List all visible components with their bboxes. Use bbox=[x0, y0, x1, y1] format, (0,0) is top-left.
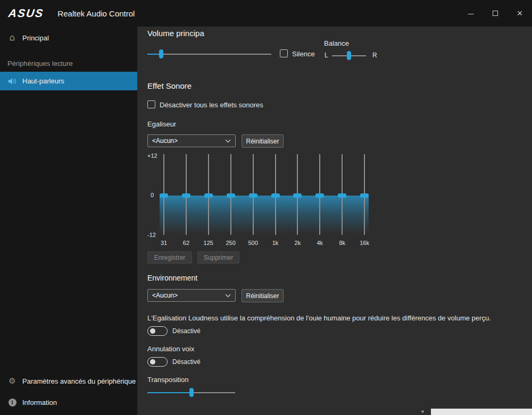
maximize-button[interactable] bbox=[483, 0, 508, 27]
balance-label: Balance bbox=[324, 39, 349, 47]
realtek-audio-control-window: ASUS Realtek Audio Control ─ × ⌂ Princip… bbox=[0, 0, 532, 415]
silence-label: Silence bbox=[292, 50, 315, 58]
home-icon: ⌂ bbox=[7, 32, 17, 43]
voice-state-label: Désactivé bbox=[172, 358, 201, 366]
disable-effects-label: Désactiver tous les effets sonores bbox=[160, 101, 263, 109]
loudness-description: L'Egalisation Loudness utilise la compré… bbox=[147, 314, 525, 322]
disable-effects-checkbox[interactable] bbox=[147, 100, 155, 108]
eq-band-handle[interactable] bbox=[338, 193, 346, 198]
playback-devices-section-label: Périphériques lecture bbox=[7, 60, 73, 67]
eq-band-handle[interactable] bbox=[293, 193, 302, 198]
equalizer-preset-dropdown[interactable]: <Aucun> bbox=[147, 134, 236, 147]
sidebar-item-label: Paramètres avancés du périphérique bbox=[22, 377, 136, 385]
sidebar: ⌂ Principal Périphériques lecture Haut-p… bbox=[0, 27, 137, 415]
close-icon: × bbox=[517, 8, 523, 19]
eq-band-handle[interactable] bbox=[360, 193, 369, 198]
transposition-slider[interactable] bbox=[147, 388, 235, 397]
balance-slider[interactable] bbox=[332, 51, 366, 60]
equalizer-reset-button[interactable]: Réinitialiser bbox=[242, 134, 284, 148]
eq-band-frequency-label: 4k bbox=[311, 240, 328, 246]
sidebar-item-label: Principal bbox=[22, 34, 49, 42]
loudness-toggle[interactable] bbox=[147, 326, 168, 336]
balance-right-label: R bbox=[372, 52, 377, 59]
toggle-knob bbox=[150, 328, 155, 334]
sidebar-item-label: Haut-parleurs bbox=[22, 77, 64, 85]
volume-heading: Volume principa bbox=[147, 29, 204, 38]
sidebar-item-speakers[interactable]: Haut-parleurs bbox=[0, 72, 137, 90]
window-controls: ─ × bbox=[459, 0, 532, 27]
chevron-down-icon bbox=[225, 139, 231, 143]
titlebar: ASUS Realtek Audio Control ─ × bbox=[0, 0, 532, 27]
balance-left-label: L bbox=[325, 52, 328, 59]
close-button[interactable]: × bbox=[508, 0, 532, 27]
gear-icon: ⚙ bbox=[7, 376, 17, 386]
toggle-knob bbox=[150, 359, 155, 365]
info-icon: i bbox=[9, 399, 16, 406]
environment-reset-button[interactable]: Réinitialiser bbox=[242, 289, 284, 302]
eq-band-frequency-label: 8k bbox=[334, 240, 351, 246]
delete-preset-button[interactable]: Supprimer bbox=[197, 251, 239, 264]
minimize-icon: ─ bbox=[468, 9, 474, 18]
environment-preset-dropdown[interactable]: <Aucun> bbox=[147, 289, 236, 302]
equalizer-bands: 31621252505001k2k4k8k16k bbox=[147, 154, 376, 250]
volume-slider-track[interactable] bbox=[147, 54, 271, 55]
equalizer-label: Egaliseur bbox=[147, 120, 176, 128]
horizontal-scrollbar-thumb[interactable] bbox=[431, 409, 532, 415]
speaker-icon bbox=[7, 77, 17, 86]
environment-preset-value: <Aucun> bbox=[152, 292, 178, 299]
transposition-slider-handle[interactable] bbox=[189, 388, 194, 397]
transposition-slider-fill bbox=[147, 392, 192, 393]
scroll-left-arrow-icon[interactable]: ◄ bbox=[420, 409, 425, 414]
transposition-label: Transposition bbox=[147, 376, 189, 384]
window-title: Realtek Audio Control bbox=[57, 9, 135, 18]
eq-band-frequency-label: 62 bbox=[178, 240, 195, 246]
eq-band-frequency-label: 31 bbox=[155, 240, 172, 246]
chevron-down-icon bbox=[225, 294, 231, 298]
eq-band-handle[interactable] bbox=[204, 193, 213, 198]
voice-cancellation-label: Annulation voix bbox=[147, 345, 194, 353]
asus-logo: ASUS bbox=[7, 7, 45, 20]
eq-band-handle[interactable] bbox=[249, 193, 257, 198]
equalizer-preset-value: <Aucun> bbox=[152, 137, 178, 145]
eq-band-frequency-label: 500 bbox=[245, 240, 262, 246]
equalizer: +12 0 -12 31621252505001k2k4k8k16k bbox=[147, 154, 376, 250]
eq-band-handle[interactable] bbox=[182, 193, 190, 198]
balance-slider-handle[interactable] bbox=[347, 51, 351, 60]
silence-checkbox[interactable] bbox=[280, 49, 288, 57]
main-content: Volume principa Silence Balance L R Effe… bbox=[137, 27, 532, 415]
maximize-icon bbox=[493, 11, 498, 16]
loudness-state-label: Désactivé bbox=[172, 327, 201, 335]
volume-slider-handle[interactable] bbox=[159, 49, 163, 58]
sidebar-item-label: Information bbox=[22, 399, 57, 406]
volume-slider[interactable] bbox=[147, 49, 271, 58]
eq-band-frequency-label: 1k bbox=[267, 240, 284, 246]
eq-band-frequency-label: 250 bbox=[222, 240, 239, 246]
sidebar-item-advanced-settings[interactable]: ⚙ Paramètres avancés du périphérique bbox=[0, 372, 137, 390]
eq-band-handle[interactable] bbox=[315, 193, 324, 198]
environment-label: Environnement bbox=[147, 274, 197, 282]
eq-band-handle[interactable] bbox=[271, 193, 280, 198]
sound-effect-heading: Effet Sonore bbox=[147, 81, 192, 90]
eq-band-frequency-label: 16k bbox=[356, 240, 373, 246]
minimize-button[interactable]: ─ bbox=[459, 0, 483, 27]
eq-band-handle[interactable] bbox=[160, 193, 168, 198]
sidebar-item-principal[interactable]: ⌂ Principal bbox=[0, 28, 137, 47]
eq-band-handle[interactable] bbox=[227, 193, 235, 198]
save-preset-button[interactable]: Enregistrer bbox=[147, 251, 192, 264]
eq-band-frequency-label: 2k bbox=[289, 240, 306, 246]
eq-band-frequency-label: 125 bbox=[200, 240, 217, 246]
voice-cancellation-toggle[interactable] bbox=[147, 357, 168, 367]
sidebar-item-information[interactable]: i Information bbox=[0, 393, 137, 411]
